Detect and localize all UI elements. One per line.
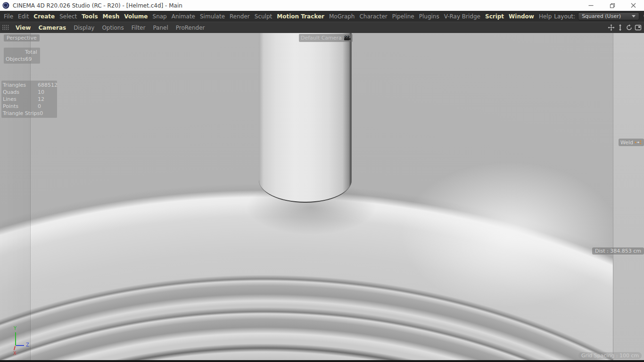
menu-edit[interactable]: Edit (16, 13, 31, 20)
stats-row: Quads 10 (3, 89, 56, 96)
toolbar-grip-handle[interactable] (1, 24, 9, 31)
grid-spacing-readout: Grid Spacing : 100 cm (578, 352, 642, 359)
menu-select[interactable]: Select (57, 13, 79, 20)
camera-icon (344, 35, 351, 41)
stats-points-label: Points (3, 103, 38, 110)
stats-triangle-strips-label: Triangle Strips (3, 110, 40, 117)
active-tool-badge: Weld (619, 139, 644, 146)
stats-quads-label: Quads (3, 89, 38, 96)
zoom-arrows-icon (617, 24, 624, 31)
layout-dropdown-value: Squared (User) (582, 13, 621, 19)
stats-quads-value: 10 (38, 89, 56, 96)
menu-script[interactable]: Script (483, 13, 506, 20)
axis-x-line (14, 346, 16, 350)
menu-file[interactable]: File (1, 13, 16, 20)
camera-label-text: Default Camera (301, 35, 342, 41)
axis-gizmo: Y Z X (9, 325, 38, 360)
cinema4d-logo-icon (2, 2, 9, 9)
stats-row: Lines 12 (3, 96, 56, 103)
menu-tools[interactable]: Tools (79, 13, 100, 20)
scene-stats-total: Total Objects 69 (4, 48, 40, 64)
stats-row: Objects 69 (6, 56, 38, 63)
vp-menu-filter[interactable]: Filter (128, 25, 149, 31)
zoom-view-button[interactable] (616, 24, 624, 32)
stats-row: Triangles 688512 (3, 82, 56, 89)
minimize-icon (588, 3, 594, 8)
surface-edge-right (613, 33, 644, 360)
search-button[interactable] (642, 12, 644, 21)
axis-y-label: Y (14, 326, 17, 331)
window-title: CINEMA 4D R20.026 Studio (RC - R20) - [H… (13, 2, 182, 9)
vp-menu-display[interactable]: Display (70, 25, 98, 31)
menu-vray-bridge[interactable]: V-Ray Bridge (442, 13, 483, 20)
stats-objects-value: 69 (25, 56, 38, 63)
maximize-view-icon (635, 24, 642, 31)
menu-pipeline[interactable]: Pipeline (390, 13, 417, 20)
restore-icon (610, 3, 615, 8)
active-tool-label: Weld (620, 140, 633, 146)
menu-motion-tracker[interactable]: Motion Tracker (274, 13, 327, 20)
menu-help[interactable]: Help (537, 13, 554, 20)
menu-create[interactable]: Create (31, 13, 57, 20)
camera-label[interactable]: Default Camera (299, 34, 353, 42)
stats-triangles-label: Triangles (3, 82, 38, 89)
layout-dropdown[interactable]: Squared (User) (578, 12, 639, 20)
stats-points-value: 0 (38, 103, 56, 110)
weld-tool-icon (635, 140, 642, 145)
layout-group: Layout: Squared (User) (554, 12, 644, 21)
rotate-view-button[interactable] (625, 24, 633, 32)
layout-label: Layout: (554, 13, 575, 20)
axis-z-line (16, 345, 24, 346)
menu-volume[interactable]: Volume (122, 13, 150, 20)
restore-button[interactable] (602, 0, 623, 11)
menu-window[interactable]: Window (506, 13, 537, 20)
title-bar: CINEMA 4D R20.026 Studio (RC - R20) - [H… (0, 0, 644, 11)
viewport-nav-icons (607, 24, 642, 32)
vp-menu-view[interactable]: View (12, 25, 34, 31)
pan-icon (608, 24, 615, 31)
stats-header-row: Total (6, 49, 38, 56)
chevron-down-icon (632, 15, 636, 17)
viewport-menu-bar: View Cameras Display Options Filter Pane… (0, 22, 644, 33)
vp-menu-cameras[interactable]: Cameras (34, 25, 70, 31)
axis-z-label: Z (26, 342, 29, 347)
stats-row: Points 0 (3, 103, 56, 110)
menu-plugins[interactable]: Plugins (417, 13, 442, 20)
main-menu-bar: File Edit Create Select Tools Mesh Volum… (0, 11, 644, 22)
vp-menu-panel[interactable]: Panel (149, 25, 172, 31)
menu-sculpt[interactable]: Sculpt (252, 13, 274, 20)
minimize-button[interactable] (580, 0, 602, 11)
stats-total-header: Total (25, 49, 38, 56)
menu-render[interactable]: Render (227, 13, 252, 20)
stats-triangles-value: 688512 (38, 82, 56, 89)
axis-y-line (15, 332, 16, 346)
vp-menu-prorender[interactable]: ProRender (172, 25, 209, 31)
menu-animate[interactable]: Animate (169, 13, 198, 20)
window-controls (580, 0, 644, 11)
stats-lines-value: 12 (38, 96, 56, 103)
view-mode-label[interactable]: Perspective (4, 34, 40, 41)
stats-lines-label: Lines (3, 96, 38, 103)
stats-row: Triangle Strips 0 (3, 110, 56, 117)
scene-stats-geometry: Triangles 688512 Quads 10 Lines 12 Point… (1, 81, 57, 118)
stats-triangle-strips-value: 0 (40, 110, 56, 117)
menu-snap[interactable]: Snap (150, 13, 169, 20)
vp-menu-options[interactable]: Options (98, 25, 127, 31)
menu-character[interactable]: Character (357, 13, 389, 20)
close-button[interactable] (623, 0, 644, 11)
toggle-view-button[interactable] (634, 24, 642, 32)
distance-readout: Dist : 384.853 cm (592, 247, 644, 255)
rotate-icon (626, 24, 633, 31)
viewport-canvas[interactable]: Perspective Default Camera Total Objects… (0, 33, 644, 360)
window-bottom-edge (0, 360, 644, 362)
pan-view-button[interactable] (607, 24, 615, 32)
close-icon (631, 3, 636, 8)
menu-mograph[interactable]: MoGraph (327, 13, 357, 20)
menu-simulate[interactable]: Simulate (198, 13, 227, 20)
menu-mesh[interactable]: Mesh (100, 13, 122, 20)
stats-objects-label: Objects (6, 56, 25, 63)
model-cylinder (259, 33, 352, 203)
axis-x-label: X (13, 351, 17, 356)
